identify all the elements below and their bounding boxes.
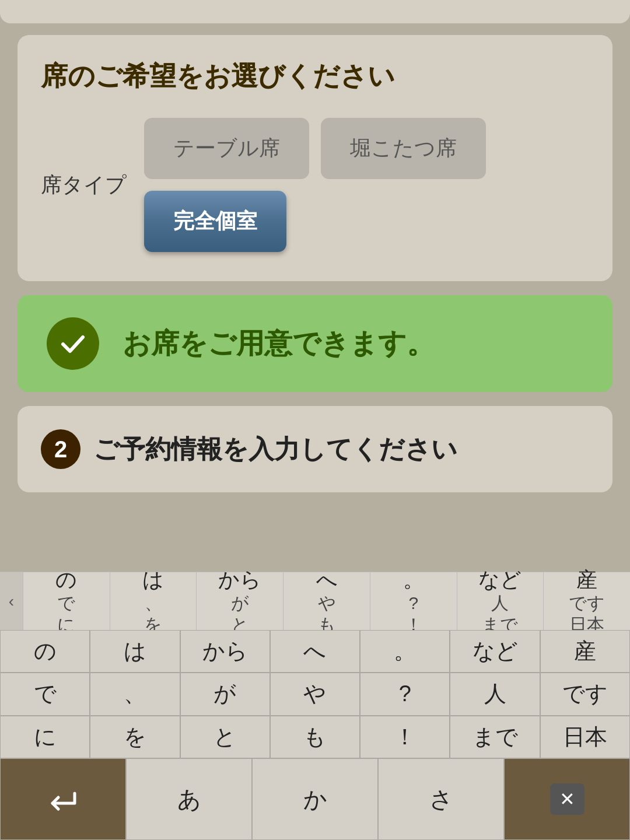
availability-banner: お席をご用意できます。 bbox=[18, 295, 612, 392]
key-kana-ka[interactable]: か bbox=[252, 758, 378, 840]
suggestion-cell-6[interactable]: 産 です 日本 bbox=[544, 572, 630, 630]
suggestion-cell-1[interactable]: は 、 を bbox=[110, 572, 197, 630]
key-de[interactable]: で bbox=[0, 673, 90, 715]
key-delete[interactable]: ✕ bbox=[504, 758, 630, 840]
key-kana-a[interactable]: あ bbox=[126, 758, 252, 840]
key-ga[interactable]: が bbox=[180, 673, 270, 715]
suggestion-char-6-top: 産 bbox=[576, 568, 597, 592]
suggestion-cell-4[interactable]: 。 ? ！ bbox=[370, 572, 457, 630]
key-ha[interactable]: は bbox=[90, 630, 180, 673]
seat-btn-table[interactable]: テーブル席 bbox=[144, 118, 309, 179]
key-desu[interactable]: です bbox=[540, 673, 630, 715]
step-badge: 2 bbox=[41, 429, 80, 469]
reservation-title: 2 ご予約情報を入力してください bbox=[41, 429, 589, 469]
key-made[interactable]: まで bbox=[450, 716, 540, 758]
seat-buttons-wrap: テーブル席 堀こたつ席 完全個室 bbox=[144, 118, 589, 252]
suggestion-arrow-left[interactable]: ‹ bbox=[0, 572, 23, 630]
suggestion-char-0-mid: で bbox=[57, 593, 75, 612]
suggestion-char-0-top: の bbox=[55, 568, 77, 592]
reservation-card: 2 ご予約情報を入力してください bbox=[18, 406, 612, 492]
suggestion-char-4-mid: ? bbox=[408, 593, 418, 612]
key-san[interactable]: 産 bbox=[540, 630, 630, 673]
key-wo[interactable]: を bbox=[90, 716, 180, 758]
suggestion-char-1-top: は bbox=[142, 568, 164, 592]
seat-buttons-row1: テーブル席 堀こたつ席 bbox=[144, 118, 589, 179]
availability-text: お席をご用意できます。 bbox=[123, 325, 435, 362]
seat-btn-hori[interactable]: 堀こたつ席 bbox=[321, 118, 486, 179]
key-hito[interactable]: 人 bbox=[450, 673, 540, 715]
seat-type-row: 席タイプ テーブル席 堀こたつ席 完全個室 bbox=[41, 118, 589, 252]
key-return[interactable] bbox=[0, 758, 126, 840]
key-to[interactable]: と bbox=[180, 716, 270, 758]
key-nihon[interactable]: 日本 bbox=[540, 716, 630, 758]
key-kara[interactable]: から bbox=[180, 630, 270, 673]
key-ya[interactable]: や bbox=[270, 673, 360, 715]
key-exclaim[interactable]: ！ bbox=[360, 716, 450, 758]
suggestion-cells: の で に は 、 を から が と へ や も 。 ? ！ bbox=[23, 572, 630, 630]
seat-btn-private[interactable]: 完全個室 bbox=[144, 191, 286, 252]
seat-buttons-row2: 完全個室 bbox=[144, 191, 589, 252]
keyboard-bottom: あ か さ ✕ bbox=[0, 758, 630, 840]
key-ni[interactable]: に bbox=[0, 716, 90, 758]
reservation-title-text: ご予約情報を入力してください bbox=[93, 432, 457, 467]
checkmark-icon bbox=[58, 329, 88, 358]
key-maru[interactable]: 。 bbox=[360, 630, 450, 673]
suggestion-char-3-top: へ bbox=[316, 568, 338, 592]
suggestion-cell-2[interactable]: から が と bbox=[197, 572, 284, 630]
key-nado[interactable]: など bbox=[450, 630, 540, 673]
suggestion-char-4-top: 。 bbox=[403, 568, 424, 592]
keyboard-suggestions: ‹ の で に は 、 を から が と へ や も 。 bbox=[0, 572, 630, 630]
suggestion-char-5-mid: 人 bbox=[491, 593, 509, 612]
suggestion-char-1-mid: 、 bbox=[145, 593, 162, 612]
suggestion-cell-5[interactable]: など 人 まで bbox=[457, 572, 544, 630]
seat-selection-card: 席のご希望をお選びください 席タイプ テーブル席 堀こたつ席 完全個室 bbox=[18, 35, 612, 281]
key-no[interactable]: の bbox=[0, 630, 90, 673]
return-icon bbox=[46, 785, 80, 814]
key-mo[interactable]: も bbox=[270, 716, 360, 758]
key-kana-sa[interactable]: さ bbox=[378, 758, 504, 840]
suggestion-char-6-mid: です bbox=[569, 593, 605, 612]
check-circle bbox=[47, 317, 99, 370]
suggestion-char-3-mid: や bbox=[318, 593, 336, 612]
seat-card-title: 席のご希望をお選びください bbox=[41, 58, 589, 94]
top-card-strip bbox=[0, 0, 630, 23]
delete-icon: ✕ bbox=[559, 788, 575, 810]
suggestion-char-2-mid: が bbox=[231, 593, 249, 612]
keyboard-main: の は から へ 。 など 産 で 、 が や ? 人 です に を と も ！… bbox=[0, 630, 630, 758]
seat-type-label: 席タイプ bbox=[41, 171, 127, 200]
suggestion-char-5-top: など bbox=[478, 568, 522, 592]
key-comma[interactable]: 、 bbox=[90, 673, 180, 715]
key-he[interactable]: へ bbox=[270, 630, 360, 673]
suggestion-cell-0[interactable]: の で に bbox=[23, 572, 110, 630]
keyboard-container: ‹ の で に は 、 を から が と へ や も 。 bbox=[0, 572, 630, 840]
key-question[interactable]: ? bbox=[360, 673, 450, 715]
suggestion-char-2-top: から bbox=[218, 568, 261, 592]
suggestion-cell-3[interactable]: へ や も bbox=[284, 572, 370, 630]
